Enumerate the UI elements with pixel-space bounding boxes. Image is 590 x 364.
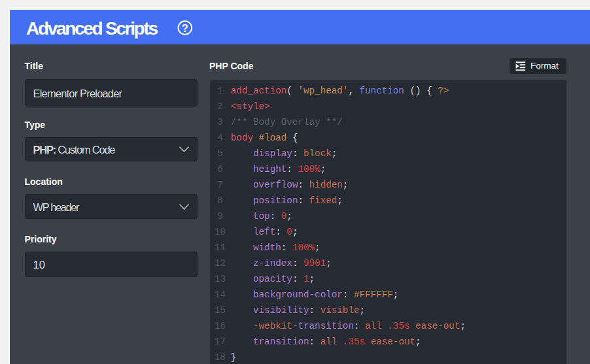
- svg-text:?: ?: [182, 22, 188, 34]
